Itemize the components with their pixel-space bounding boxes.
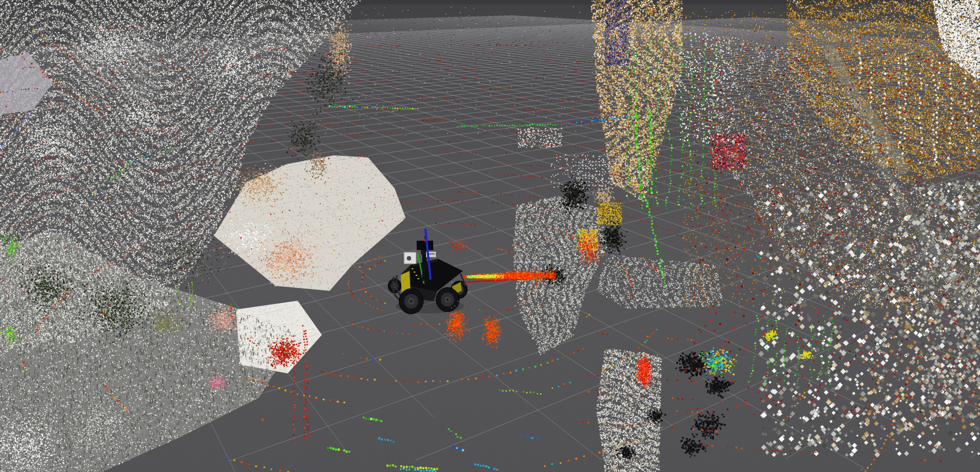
- rviz-3d-viewport[interactable]: [0, 0, 980, 472]
- viewport-container: [0, 0, 980, 472]
